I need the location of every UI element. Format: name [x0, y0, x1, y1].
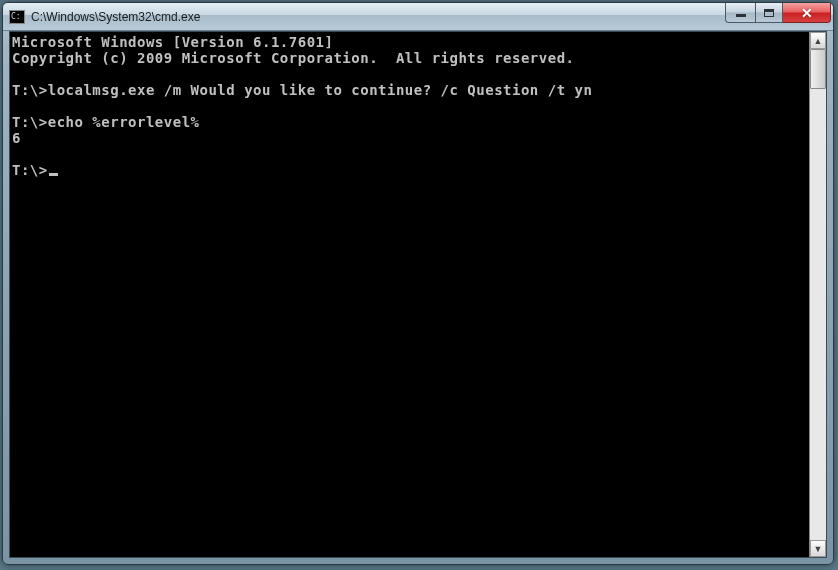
window-controls: ✕ [725, 3, 831, 23]
terminal-cursor [49, 173, 58, 176]
scroll-up-button[interactable]: ▲ [810, 32, 826, 49]
terminal-line: T:\>localmsg.exe /m Would you like to co… [12, 82, 807, 98]
scroll-track[interactable] [810, 49, 826, 540]
maximize-icon [764, 9, 774, 17]
client-area: Microsoft Windows [Version 6.1.7601]Copy… [9, 31, 827, 558]
minimize-button[interactable] [725, 3, 755, 23]
terminal-line [12, 66, 807, 82]
cmd-window: C: C:\Windows\System32\cmd.exe ✕ Microso… [2, 2, 834, 565]
scroll-down-button[interactable]: ▼ [810, 540, 826, 557]
terminal-line: Microsoft Windows [Version 6.1.7601] [12, 34, 807, 50]
window-title: C:\Windows\System32\cmd.exe [31, 10, 725, 24]
terminal-line: T:\> [12, 162, 807, 178]
terminal-line [12, 146, 807, 162]
minimize-icon [736, 14, 746, 17]
vertical-scrollbar[interactable]: ▲ ▼ [809, 32, 826, 557]
terminal-line: T:\>echo %errorlevel% [12, 114, 807, 130]
terminal-line: 6 [12, 130, 807, 146]
scroll-thumb[interactable] [810, 49, 826, 89]
terminal-line [12, 98, 807, 114]
titlebar[interactable]: C: C:\Windows\System32\cmd.exe ✕ [3, 3, 833, 31]
terminal-output[interactable]: Microsoft Windows [Version 6.1.7601]Copy… [10, 32, 809, 557]
chevron-down-icon: ▼ [814, 544, 823, 554]
terminal-line: Copyright (c) 2009 Microsoft Corporation… [12, 50, 807, 66]
maximize-button[interactable] [755, 3, 783, 23]
close-button[interactable]: ✕ [783, 3, 831, 23]
chevron-up-icon: ▲ [814, 36, 823, 46]
close-icon: ✕ [801, 5, 813, 21]
cmd-icon: C: [9, 10, 25, 24]
